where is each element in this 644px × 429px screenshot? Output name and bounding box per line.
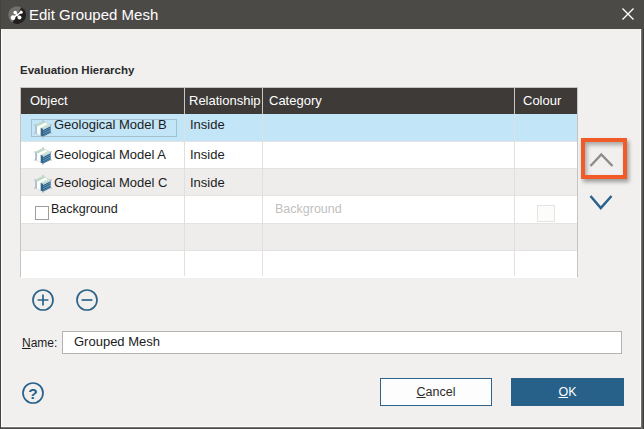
svg-text:?: ? <box>28 385 37 402</box>
